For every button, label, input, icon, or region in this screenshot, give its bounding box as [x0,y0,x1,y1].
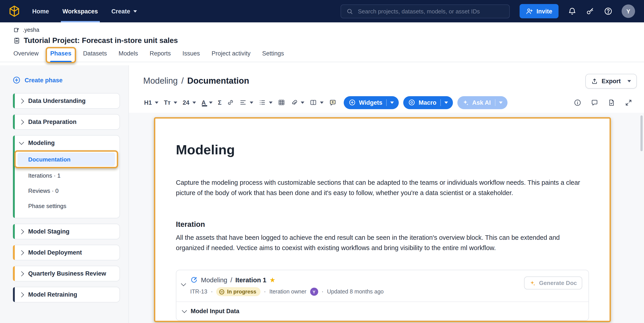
nav-workspaces-label: Workspaces [62,8,98,14]
toolbar-right-icons [574,99,637,106]
ask-ai-button[interactable]: Ask AI [458,96,507,109]
chevron-down-icon [499,101,502,104]
attachment-button[interactable] [288,97,307,108]
global-search[interactable] [340,4,510,18]
model-input-data-section[interactable]: Model Input Data [176,302,588,320]
comments-icon[interactable] [591,99,598,106]
layout-columns-button[interactable] [307,97,326,108]
font-label: Tт [164,99,171,106]
nav-item-create[interactable]: Create [112,0,137,22]
link-button[interactable] [224,97,237,108]
api-key-icon[interactable] [586,7,594,16]
avatar-initial: Y [626,8,630,14]
sidebar-item-reviews[interactable]: Reviews · 0 [18,183,115,198]
sidebar-item-quarterly-business-review[interactable]: Quarterly Business Review [12,266,120,282]
font-size-button[interactable]: 24 [180,97,199,108]
tab-datasets[interactable]: Datasets [83,50,107,62]
macro-button[interactable]: Macro [404,96,453,109]
phase-label: Data Preparation [28,118,76,125]
table-button[interactable] [275,97,288,108]
search-input[interactable] [357,8,504,15]
phase-accent [13,266,15,281]
heading-style-button[interactable]: H1 [142,97,161,108]
iteration-breadcrumb: Modeling / Iteration 1 ★ [190,276,384,284]
sidebar-item-model-deployment[interactable]: Model Deployment [12,245,120,260]
nav-item-workspaces[interactable]: Workspaces [62,0,98,22]
tab-phases[interactable]: Phases [50,50,72,62]
workspace-name: .yesha [23,27,40,33]
font-size-value: 24 [182,99,189,106]
iteration-card: Modeling / Iteration 1 ★ ITR-13 · [176,270,589,321]
iteration-card-main: Modeling / Iteration 1 ★ ITR-13 · [190,276,384,296]
iteration-card-header[interactable]: Modeling / Iteration 1 ★ ITR-13 · [176,270,588,302]
sparkle-icon [530,280,536,286]
sidebar-item-iterations[interactable]: Iterations · 1 [18,168,115,183]
tab-reports[interactable]: Reports [150,50,171,62]
document-page[interactable]: Modeling Capture the modeling process wi… [154,117,611,322]
notifications-bell-icon[interactable] [568,7,576,16]
workspace-breadcrumb[interactable]: .yesha [14,27,644,33]
equation-button[interactable]: Σ [215,97,224,108]
chevron-right-icon [19,250,24,255]
sidebar-item-model-staging[interactable]: Model Staging [12,224,120,239]
status-badge: In progress [216,287,260,296]
tab-overview[interactable]: Overview [14,50,39,62]
tab-issues[interactable]: Issues [182,50,200,62]
font-family-button[interactable]: Tт [161,97,180,108]
phase-accent [13,245,15,260]
chevron-down-icon[interactable] [181,281,186,286]
breadcrumb-parent[interactable]: Modeling [143,76,178,86]
doc-check-icon[interactable] [608,99,615,106]
align-left-icon [240,99,246,106]
align-button[interactable] [237,97,256,108]
vertical-scrollbar[interactable] [640,116,643,151]
chevron-right-icon [19,120,24,124]
sidebar-item-phase-settings[interactable]: Phase settings [18,198,115,214]
phase-label: Quarterly Business Review [28,270,106,277]
fullscreen-icon[interactable] [625,99,632,106]
widgets-button[interactable]: Widgets [344,96,399,109]
text-color-button[interactable]: A [199,97,215,108]
phase-accent [13,224,15,239]
phase-label: Modeling [28,140,55,146]
vectice-logo-icon[interactable] [8,5,20,18]
nav-item-home[interactable]: Home [32,0,49,22]
info-icon[interactable] [574,99,581,106]
sidebar-item-data-preparation[interactable]: Data Preparation [12,114,120,130]
project-title-row: Tutorial Project: Forecast in-store unit… [14,36,644,45]
iteration-icon [190,276,198,284]
iteration-parent[interactable]: Modeling [201,276,227,284]
invite-button[interactable]: Invite [519,4,558,18]
sidebar-item-model-retraining[interactable]: Model Retraining [12,287,120,302]
sidebar-item-modeling[interactable]: Modeling Documentation Iterations · 1 Re… [12,135,120,218]
owner-initial: Y [312,289,316,294]
updated-timestamp: Updated 8 months ago [327,288,384,295]
phase-label: Model Deployment [28,249,82,256]
document-section-body: All the assets that have been logged to … [176,233,589,253]
chevron-down-icon [301,101,304,104]
main-panel: Modeling / Documentation Export H1 Tт [129,65,644,323]
dot-separator: · [322,288,323,295]
sidebar-item-documentation[interactable]: Documentation [18,152,115,166]
add-comment-button[interactable] [326,97,339,108]
ask-ai-label: Ask AI [472,99,491,106]
workspace-icon [14,27,20,33]
tab-settings[interactable]: Settings [262,50,284,62]
document-section-heading: Iteration [176,220,589,228]
list-button[interactable] [256,97,275,108]
generate-doc-button[interactable]: Generate Doc [524,276,582,290]
create-phase-button[interactable]: Create phase [12,73,128,87]
export-button[interactable]: Export [585,74,637,88]
sidebar-item-data-understanding[interactable]: Data Understanding [12,93,120,109]
phase-label: Model Retraining [28,291,77,298]
tab-project-activity[interactable]: Project activity [212,50,250,62]
user-avatar[interactable]: Y [622,4,635,18]
chevron-down-icon [628,80,631,82]
color-bar [202,105,207,106]
owner-avatar[interactable]: Y [310,288,318,296]
project-header: .yesha Tutorial Project: Forecast in-sto… [0,27,644,70]
star-icon[interactable]: ★ [270,276,276,283]
project-tabs: Overview Phases Datasets Models Reports … [0,50,644,62]
tab-models[interactable]: Models [118,50,138,62]
help-icon[interactable] [604,7,613,16]
